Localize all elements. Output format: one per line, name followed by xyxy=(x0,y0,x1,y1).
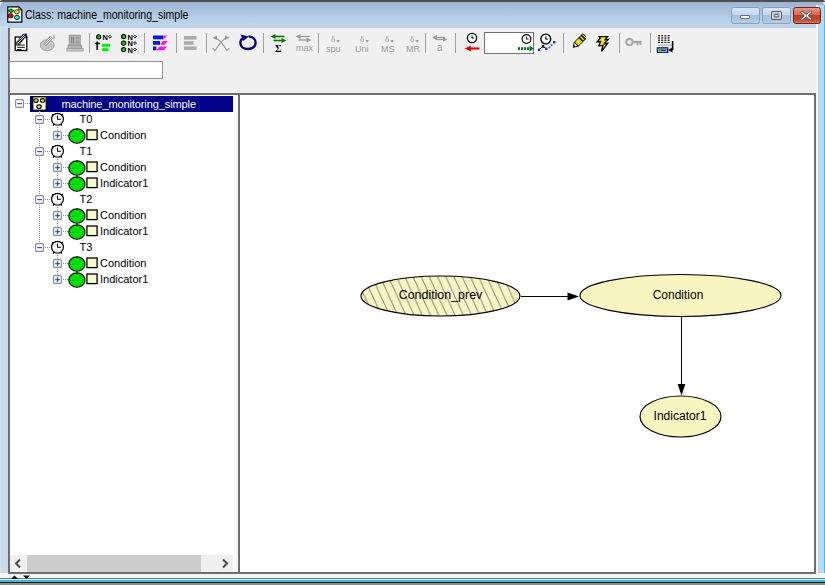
svg-text:N: N xyxy=(128,46,133,53)
svg-text:Uni: Uni xyxy=(355,44,369,54)
svg-text:N: N xyxy=(103,33,108,42)
svg-text:Σ: Σ xyxy=(275,43,282,54)
svg-text:Condition_prev: Condition_prev xyxy=(399,288,483,302)
svg-text:δ: δ xyxy=(331,34,335,44)
svg-text:Indicator1: Indicator1 xyxy=(654,409,707,423)
svg-text:a: a xyxy=(437,42,443,53)
svg-text:spu: spu xyxy=(326,44,341,54)
svg-text:Condition: Condition xyxy=(653,288,704,302)
svg-text:δ: δ xyxy=(410,34,414,44)
svg-text:MS: MS xyxy=(381,44,395,54)
svg-text:δ: δ xyxy=(385,34,389,44)
svg-text:max: max xyxy=(296,43,313,53)
svg-text:δ: δ xyxy=(360,34,364,44)
svg-text:MR: MR xyxy=(406,44,420,54)
